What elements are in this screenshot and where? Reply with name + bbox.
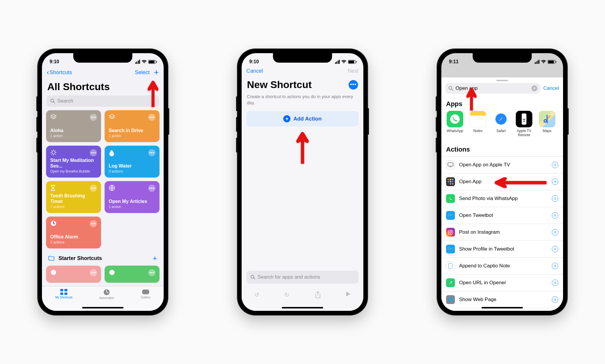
shortcut-tile[interactable]: •••Log Water3 actions: [105, 146, 160, 178]
action-search-input[interactable]: Search for apps and actions: [246, 271, 359, 284]
app-icon: [470, 111, 486, 127]
shortcut-tile[interactable]: •••Aloha1 action: [46, 110, 101, 142]
app-icon: [447, 111, 463, 127]
cancel-button[interactable]: Cancel: [246, 68, 263, 74]
tab-gallery[interactable]: Gallery: [141, 289, 150, 311]
status-time: 9:10: [50, 59, 59, 64]
redo-button[interactable]: ↻: [284, 291, 290, 298]
app-item[interactable]: Apple TV Remote: [515, 111, 534, 137]
home-indicator[interactable]: [282, 307, 323, 308]
action-row[interactable]: Post on Instagrami: [441, 224, 563, 241]
add-shortcut-button[interactable]: +: [154, 68, 159, 77]
tile-menu-button[interactable]: •••: [90, 220, 97, 227]
shortcut-tile[interactable]: •••: [46, 266, 101, 283]
folder-row[interactable]: Starter Shortcuts: [48, 255, 102, 261]
tile-menu-button[interactable]: •••: [148, 269, 155, 276]
page-title: All Shortcuts: [42, 79, 164, 95]
nav-bar: ‹ Shortcuts Select +: [42, 66, 164, 79]
tile-menu-button[interactable]: •••: [148, 185, 155, 192]
search-input[interactable]: Open app ✕: [445, 83, 540, 94]
svg-rect-22: [523, 119, 525, 120]
cancel-button[interactable]: Cancel: [543, 85, 559, 91]
wifi-icon: [341, 60, 347, 64]
tile-icon: [109, 269, 115, 277]
search-input[interactable]: Search: [47, 95, 159, 107]
svg-rect-12: [142, 290, 143, 293]
battery-icon: [348, 60, 356, 64]
search-icon: [251, 275, 255, 280]
app-item[interactable]: Safari: [492, 111, 510, 137]
home-indicator[interactable]: [482, 307, 523, 308]
phone-new-shortcut: 9:10 Cancel Next New Shortcut ••• Create…: [238, 49, 367, 315]
info-button[interactable]: i: [552, 229, 558, 235]
info-button[interactable]: i: [552, 296, 558, 303]
shortcut-tile[interactable]: •••Start My Meditation Ses...Open my Bre…: [46, 146, 101, 178]
tile-title: Log Water: [109, 163, 155, 169]
back-button[interactable]: ‹ Shortcuts: [47, 68, 72, 77]
action-row[interactable]: 🐦Show Profile in Tweetboti: [441, 241, 563, 258]
action-row[interactable]: Send Photo via WhatsAppi: [441, 190, 563, 207]
select-button[interactable]: Select: [135, 69, 149, 76]
app-item[interactable]: WhatsApp: [445, 111, 464, 137]
tile-menu-button[interactable]: •••: [90, 149, 97, 156]
automation-tab-icon: [103, 289, 110, 296]
sheet-grabber[interactable]: [496, 80, 508, 81]
app-item[interactable]: Maps: [538, 111, 557, 137]
info-button[interactable]: i: [552, 195, 558, 202]
svg-point-4: [51, 270, 56, 275]
shortcut-tile[interactable]: •••Office Alarm2 actions: [46, 217, 101, 248]
action-row[interactable]: 🌐Show Web Pagei: [441, 291, 563, 308]
shortcut-tile[interactable]: •••Search in Drive1 action: [105, 110, 160, 142]
status-time: 9:11: [449, 59, 458, 64]
tile-menu-button[interactable]: •••: [148, 114, 155, 121]
signal-icon: [535, 60, 540, 64]
tile-menu-button[interactable]: •••: [90, 269, 97, 276]
apps-header: Apps: [441, 97, 563, 111]
app-label: Notes: [473, 129, 482, 133]
action-row[interactable]: Open App on Apple TVi: [441, 157, 563, 173]
tile-menu-button[interactable]: •••: [90, 185, 97, 192]
shortcut-tile[interactable]: •••: [105, 266, 160, 283]
annotation-arrow-left: [493, 177, 547, 188]
add-action-label: Add Action: [293, 116, 321, 122]
more-options-button[interactable]: •••: [349, 80, 358, 90]
shortcut-tile[interactable]: •••Tooth Brushing Timer7 actions: [46, 181, 101, 213]
annotation-arrow-down: [466, 87, 476, 110]
action-row[interactable]: Append to Captio Notei: [441, 258, 563, 274]
next-button[interactable]: Next: [348, 68, 359, 74]
action-sheet: Open app ✕ Cancel Apps WhatsAppNotesSafa…: [441, 77, 563, 311]
add-action-button[interactable]: + Add Action: [246, 111, 359, 126]
folder-label: Starter Shortcuts: [58, 255, 102, 261]
search-icon: [50, 99, 55, 103]
app-label: Safari: [496, 129, 505, 133]
tab-my-shortcuts[interactable]: My Shortcuts: [55, 289, 72, 311]
tile-subtitle: 1 action: [50, 134, 97, 138]
undo-button[interactable]: ↺: [254, 291, 259, 298]
share-button[interactable]: [315, 291, 321, 298]
clear-search-button[interactable]: ✕: [531, 85, 537, 91]
add-to-folder-button[interactable]: +: [153, 254, 157, 262]
tile-menu-button[interactable]: •••: [148, 149, 155, 156]
action-label: Show Web Page: [459, 297, 496, 303]
svg-point-23: [523, 121, 525, 122]
tile-subtitle: 3 actions: [109, 169, 155, 173]
home-indicator[interactable]: [82, 307, 123, 308]
shortcut-tile[interactable]: •••Open My Articles1 action: [105, 181, 160, 213]
info-button[interactable]: i: [552, 246, 558, 252]
action-row[interactable]: 🐦Open Tweetboti: [441, 207, 563, 224]
info-button[interactable]: i: [552, 178, 558, 185]
tile-subtitle: Open my Breathe Bubble: [50, 169, 97, 173]
tile-menu-button[interactable]: •••: [90, 114, 97, 121]
tile-icon: [109, 114, 115, 122]
info-button[interactable]: i: [552, 280, 558, 286]
app-item[interactable]: Notes: [469, 111, 487, 137]
info-button[interactable]: i: [552, 212, 558, 219]
search-placeholder: Search for apps and actions: [258, 274, 320, 280]
info-button[interactable]: i: [552, 263, 558, 269]
tile-subtitle: 1 action: [109, 134, 155, 138]
svg-rect-7: [64, 289, 67, 291]
info-button[interactable]: i: [552, 162, 558, 168]
signal-icon: [335, 60, 340, 64]
play-button[interactable]: [346, 291, 351, 297]
action-row[interactable]: ↗Open URL in Openeri: [441, 274, 563, 291]
